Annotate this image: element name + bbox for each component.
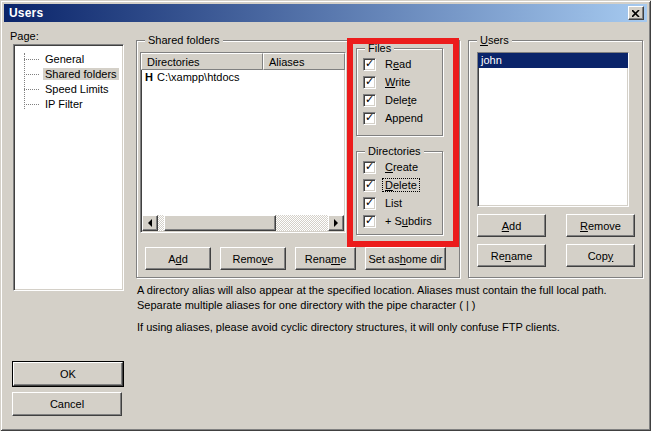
column-header-directories[interactable]: Directories (141, 53, 263, 70)
checkbox-dirs-create[interactable]: Create (363, 160, 421, 174)
shared-folders-list[interactable]: Directories Aliases H C:\xampp\htdocs (140, 52, 346, 233)
page-listbox[interactable]: General Shared folders Speed Limits IP F… (13, 44, 124, 291)
horizontal-scrollbar[interactable] (142, 215, 344, 231)
user-copy-button[interactable]: Copy (566, 244, 635, 267)
directory-path: C:\xampp\htdocs (157, 70, 240, 85)
titlebar[interactable]: Users (4, 4, 647, 22)
alias-note-1: A directory alias will also appear at th… (137, 283, 642, 313)
alias-notes: A directory alias will also appear at th… (137, 283, 642, 335)
set-home-dir-button[interactable]: Set as home dir (365, 247, 446, 270)
user-add-button[interactable]: Add (477, 214, 546, 237)
shared-rename-button[interactable]: Rename (295, 247, 356, 270)
shared-remove-button[interactable]: Remove (220, 247, 286, 270)
home-directory-flag: H (141, 70, 157, 85)
close-icon (632, 10, 640, 17)
checkbox-files-write[interactable]: Write (363, 75, 413, 89)
files-group-label: Files (365, 42, 394, 54)
checkbox-icon[interactable] (363, 58, 376, 71)
scroll-right-button[interactable] (328, 215, 344, 231)
list-header: Directories Aliases (141, 53, 345, 70)
scroll-left-button[interactable] (142, 215, 158, 231)
close-button[interactable] (628, 6, 644, 20)
user-rename-button[interactable]: Rename (477, 244, 546, 267)
user-remove-button[interactable]: Remove (566, 214, 635, 237)
column-header-aliases[interactable]: Aliases (263, 53, 345, 70)
arrow-right-icon (334, 219, 338, 227)
directory-row[interactable]: H C:\xampp\htdocs (141, 70, 345, 85)
checkbox-icon[interactable] (363, 215, 376, 228)
window-title: Users (9, 6, 43, 20)
page-tree: General Shared folders Speed Limits IP F… (16, 47, 121, 288)
ok-button[interactable]: OK (13, 362, 123, 386)
checkbox-icon[interactable] (363, 197, 376, 210)
checkbox-files-read[interactable]: Read (363, 57, 414, 71)
directories-group-label: Directories (365, 145, 424, 157)
checkbox-dirs-delete[interactable]: Delete (363, 178, 420, 192)
scrollbar-thumb[interactable] (164, 215, 276, 231)
shared-folders-group-label: Shared folders (145, 34, 223, 46)
checkbox-icon[interactable] (363, 112, 376, 125)
checkbox-files-delete[interactable]: Delete (363, 93, 420, 107)
cancel-button[interactable]: Cancel (12, 392, 122, 416)
page-item-ip-filter[interactable]: IP Filter (16, 97, 121, 112)
page-item-general[interactable]: General (16, 52, 121, 67)
checkbox-dirs-subdirs[interactable]: + Subdirs (363, 214, 435, 228)
user-item-john[interactable]: john (478, 53, 628, 68)
page-label: Page: (10, 30, 39, 42)
users-dialog: Users Page: General Shared folders Speed… (0, 0, 651, 431)
checkbox-icon[interactable] (363, 94, 376, 107)
checkbox-files-append[interactable]: Append (363, 111, 426, 125)
checkbox-dirs-list[interactable]: List (363, 196, 405, 210)
page-item-shared-folders[interactable]: Shared folders (16, 67, 121, 82)
alias-note-2: If using aliases, please avoid cyclic di… (137, 320, 642, 335)
page-item-speed-limits[interactable]: Speed Limits (16, 82, 121, 97)
users-listbox[interactable]: john (477, 52, 629, 207)
checkbox-icon[interactable] (363, 76, 376, 89)
arrow-left-icon (148, 219, 152, 227)
checkbox-icon[interactable] (363, 179, 376, 192)
shared-add-button[interactable]: Add (145, 247, 211, 270)
users-group-label: Users (477, 34, 512, 46)
checkbox-icon[interactable] (363, 161, 376, 174)
